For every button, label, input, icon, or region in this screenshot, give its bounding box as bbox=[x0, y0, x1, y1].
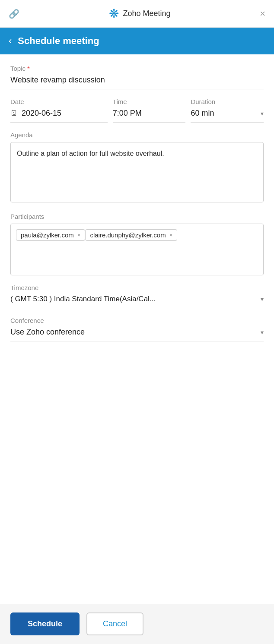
topic-label: Topic * bbox=[10, 65, 264, 72]
date-value-row[interactable]: 🗓 2020-06-15 bbox=[10, 109, 108, 123]
agenda-field: Agenda Outline a plan of action for full… bbox=[10, 131, 264, 204]
duration-dropdown-icon: ▾ bbox=[261, 110, 264, 117]
time-label: Time bbox=[113, 98, 186, 105]
participants-field: Participants paula@zylker.com×claire.dun… bbox=[10, 213, 264, 275]
duration-value-row[interactable]: 60 min ▾ bbox=[191, 109, 264, 123]
participants-label: Participants bbox=[10, 213, 264, 220]
close-icon[interactable]: × bbox=[260, 8, 265, 19]
agenda-input[interactable]: Outline a plan of action for full websit… bbox=[10, 142, 264, 202]
topic-field: Topic * Website revamp discussion bbox=[10, 65, 264, 89]
required-indicator: * bbox=[27, 65, 30, 72]
duration-label: Duration bbox=[191, 98, 264, 105]
app-title: Zoho Meeting bbox=[123, 9, 171, 18]
title-bar-center: ❋ Zoho Meeting bbox=[109, 6, 171, 21]
participant-chip: claire.dunphy@zylker.com× bbox=[85, 229, 177, 241]
time-value[interactable]: 7:00 PM bbox=[113, 109, 186, 123]
participant-email: paula@zylker.com bbox=[21, 231, 74, 239]
conference-selector[interactable]: Use Zoho conference ▾ bbox=[10, 328, 264, 341]
conference-field: Conference Use Zoho conference ▾ bbox=[10, 317, 264, 341]
timezone-selector[interactable]: ( GMT 5:30 ) India Standard Time(Asia/Ca… bbox=[10, 295, 264, 308]
date-time-duration-row: Date 🗓 2020-06-15 Time 7:00 PM Duration … bbox=[10, 98, 264, 123]
date-column: Date 🗓 2020-06-15 bbox=[10, 98, 113, 123]
conference-label: Conference bbox=[10, 317, 264, 324]
participant-chip: paula@zylker.com× bbox=[16, 229, 85, 241]
calendar-icon: 🗓 bbox=[10, 109, 18, 118]
agenda-label: Agenda bbox=[10, 131, 264, 139]
participant-email: claire.dunphy@zylker.com bbox=[90, 231, 166, 239]
cancel-button[interactable]: Cancel bbox=[86, 612, 143, 635]
timezone-field: Timezone ( GMT 5:30 ) India Standard Tim… bbox=[10, 284, 264, 308]
topic-value[interactable]: Website revamp discussion bbox=[10, 76, 264, 89]
time-column: Time 7:00 PM bbox=[113, 98, 191, 123]
duration-column: Duration 60 min ▾ bbox=[191, 98, 264, 123]
date-label: Date bbox=[10, 98, 108, 105]
back-button[interactable]: ‹ bbox=[9, 35, 12, 47]
timezone-value: ( GMT 5:30 ) India Standard Time(Asia/Ca… bbox=[10, 295, 156, 303]
page-title: Schedule meeting bbox=[18, 35, 99, 47]
participants-box[interactable]: paula@zylker.com×claire.dunphy@zylker.co… bbox=[10, 224, 264, 275]
pin-icon[interactable]: 🔗 bbox=[9, 9, 19, 19]
header-bar: ‹ Schedule meeting bbox=[0, 28, 274, 54]
schedule-button[interactable]: Schedule bbox=[10, 612, 80, 635]
duration-value: 60 min bbox=[191, 109, 214, 118]
timezone-label: Timezone bbox=[10, 284, 264, 291]
remove-participant-icon[interactable]: × bbox=[169, 232, 173, 238]
timezone-dropdown-icon: ▾ bbox=[261, 296, 264, 303]
conference-dropdown-icon: ▾ bbox=[261, 329, 264, 336]
zoho-logo-icon: ❋ bbox=[109, 6, 119, 21]
form-content: Topic * Website revamp discussion Date 🗓… bbox=[0, 54, 274, 604]
remove-participant-icon[interactable]: × bbox=[77, 232, 81, 238]
conference-value: Use Zoho conference bbox=[10, 328, 85, 337]
date-value: 2020-06-15 bbox=[22, 109, 61, 118]
title-bar: 🔗 ❋ Zoho Meeting × bbox=[0, 0, 274, 28]
footer: Schedule Cancel bbox=[0, 604, 274, 644]
